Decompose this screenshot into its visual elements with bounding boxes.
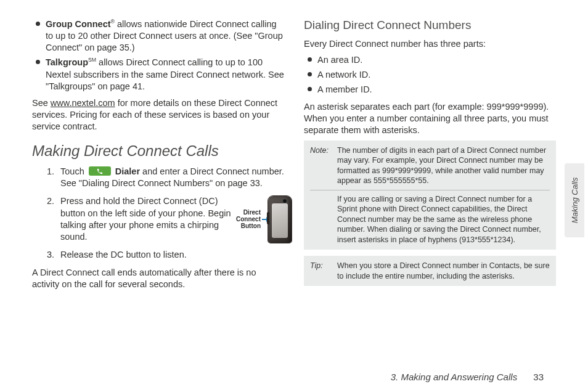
closing-paragraph: A Direct Connect call ends automatically…: [32, 267, 284, 290]
arrow-icon: [262, 219, 267, 220]
figure-label: Direct Connect Button: [236, 209, 261, 229]
step-3: Release the DC button to listen.: [57, 249, 284, 261]
list-item: A member ID.: [308, 84, 556, 96]
phone-illustration: [268, 196, 292, 243]
tip-label: Tip:: [310, 261, 333, 281]
see-pre: See: [32, 98, 51, 108]
dc-button-figure: Direct Connect Button: [236, 195, 292, 243]
list-item: An area ID.: [308, 54, 556, 66]
steps-list: Touch Dialer and enter a Direct Connect …: [32, 166, 284, 261]
bullet-group-connect: Group Connect® allows nationwide Direct …: [36, 18, 284, 54]
bullet-talkgroup: TalkgroupSM allows Direct Connect callin…: [36, 57, 284, 92]
step-1: Touch Dialer and enter a Direct Connect …: [57, 166, 284, 189]
id-parts-list: An area ID. A network ID. A member ID.: [304, 54, 556, 96]
bullet-sup: SM: [88, 57, 96, 63]
making-dc-calls-heading: Making Direct Connect Calls: [32, 142, 284, 160]
page-footer: 3. Making and Answering Calls 33: [391, 372, 544, 382]
footer-page-number: 33: [533, 372, 544, 382]
tip-body: When you store a Direct Connect number i…: [337, 261, 550, 281]
note-body-1: The number of digits in each part of a D…: [337, 145, 550, 186]
asterisk-paragraph: An asterisk separates each part (for exa…: [304, 101, 556, 136]
dialing-dc-numbers-heading: Dialing Direct Connect Numbers: [304, 18, 556, 32]
left-column: Group Connect® allows nationwide Direct …: [32, 18, 284, 295]
bullet-bold: Group Connect: [46, 19, 111, 29]
see-paragraph: See www.nextel.com for more details on t…: [32, 97, 284, 133]
note-label: Note:: [310, 145, 333, 186]
section-tab-label: Making Calls: [570, 178, 579, 223]
divider: [310, 190, 550, 190]
phone-screen: [272, 203, 288, 238]
step1-bold: Dialer: [115, 166, 140, 176]
step1-pre: Touch: [60, 166, 87, 176]
figure-label-l3: Button: [241, 223, 261, 229]
tip-box: Tip: When you store a Direct Connect num…: [304, 256, 556, 286]
step-2: Press and hold the Direct Connect (DC) b…: [57, 195, 284, 243]
phone-camera: [282, 198, 287, 203]
phone-icon: [96, 168, 103, 174]
footer-chapter: 3. Making and Answering Calls: [391, 372, 517, 382]
figure-label-l2: Connect: [236, 216, 261, 223]
step2-text: Press and hold the Direct Connect (DC) b…: [60, 195, 231, 243]
note-body-2: If you are calling or saving a Direct Co…: [310, 194, 550, 245]
intro-paragraph: Every Direct Connect number has three pa…: [304, 38, 556, 50]
nextel-link[interactable]: www.nextel.com: [51, 98, 115, 108]
section-tab: Making Calls: [565, 163, 584, 237]
figure-label-l1: Direct: [243, 209, 261, 216]
bullet-bold: Talkgroup: [46, 57, 88, 67]
phone-dc-button: [267, 212, 269, 224]
feature-bullets: Group Connect® allows nationwide Direct …: [32, 18, 284, 92]
list-item: A network ID.: [308, 69, 556, 81]
dialer-button-icon: [89, 166, 111, 176]
note-box: Note: The number of digits in each part …: [304, 141, 556, 250]
right-column: Dialing Direct Connect Numbers Every Dir…: [304, 18, 556, 295]
